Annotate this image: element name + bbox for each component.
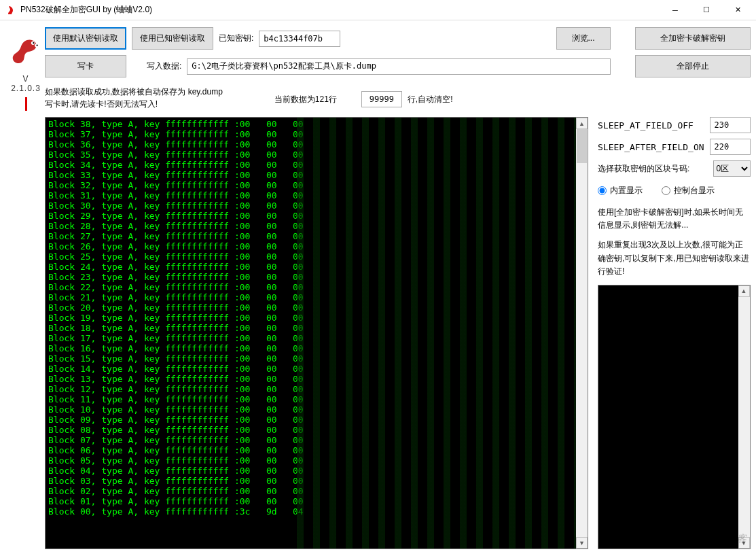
help-text-2: 如果重复出现3次及以上次数,很可能为正确密钥,可以复制下来,用已知密钥读取来进行… (598, 239, 751, 278)
app-icon (5, 5, 16, 16)
help-text-1: 使用[全加密卡破解密钥]时,如果长时间无信息显示,则密钥无法解... (598, 206, 751, 232)
scroll-thumb[interactable] (577, 129, 587, 163)
sleep-off-input[interactable] (710, 117, 751, 133)
read-default-key-button[interactable]: 使用默认密钥读取 (45, 27, 126, 50)
side-scrollbar[interactable]: ▲ ▼ (738, 285, 750, 549)
sleep-on-label: SLEEP_AFTER_FIELD_ON (598, 142, 704, 152)
window-title: PN532破解全加密GUI by (蛐蛐V2.0) (20, 4, 660, 16)
current-data-label: 当前数据为121行 (274, 94, 337, 105)
terminal-scrollbar[interactable]: ▲ ▼ (576, 118, 588, 549)
write-data-label: 写入数据: (147, 60, 181, 72)
maximize-button[interactable]: ☐ (691, 0, 722, 20)
sleep-off-label: SLEEP_AT_FIELD_OFF (598, 120, 704, 131)
known-key-input[interactable] (259, 31, 340, 47)
auto-clear-input[interactable] (361, 91, 402, 107)
scroll-up-icon[interactable]: ▲ (576, 118, 588, 129)
svg-point-1 (33, 42, 34, 44)
sleep-on-input[interactable] (710, 139, 751, 155)
minimize-button[interactable]: ─ (660, 0, 691, 20)
radio-internal[interactable]: 内置显示 (598, 185, 643, 196)
scroll-down-icon[interactable]: ▼ (576, 537, 588, 549)
write-card-button[interactable]: 写卡 (45, 55, 126, 77)
write-data-path-input[interactable] (187, 58, 610, 75)
app-logo-panel: V 2.1.0.3 (7, 27, 45, 549)
scroll-down-icon[interactable]: ▼ (738, 537, 750, 549)
svg-point-3 (36, 45, 37, 46)
browse-button[interactable]: 浏览... (556, 27, 611, 50)
block-select-combo[interactable]: 0区 (713, 160, 751, 177)
titlebar: PN532破解全加密GUI by (蛐蛐V2.0) ─ ☐ ✕ (0, 0, 756, 20)
block-select-label: 选择获取密钥的区块号码: (598, 163, 708, 175)
read-known-key-button[interactable]: 使用已知密钥读取 (132, 27, 213, 50)
hint-text: 如果数据读取成功,数据将被自动保存为 key.dump 写卡时,请先读卡!否则无… (45, 86, 223, 110)
version-label: V 2.1.0.3 (7, 74, 45, 93)
scroll-up-icon[interactable]: ▲ (738, 285, 750, 297)
status-bar-icon (25, 97, 27, 111)
side-terminal: ▲ ▼ (598, 285, 751, 549)
worm-icon (7, 30, 45, 68)
known-key-label: 已知密钥: (219, 33, 253, 44)
crack-all-button[interactable]: 全加密卡破解密钥 (635, 27, 751, 50)
radio-console[interactable]: 控制台显示 (662, 185, 715, 196)
close-button[interactable]: ✕ (722, 0, 753, 20)
stop-all-button[interactable]: 全部停止 (635, 55, 751, 77)
auto-clear-label: 行,自动清空! (408, 94, 453, 105)
main-terminal: Block 38, type A, key ffffffffffff :00 0… (45, 117, 588, 549)
